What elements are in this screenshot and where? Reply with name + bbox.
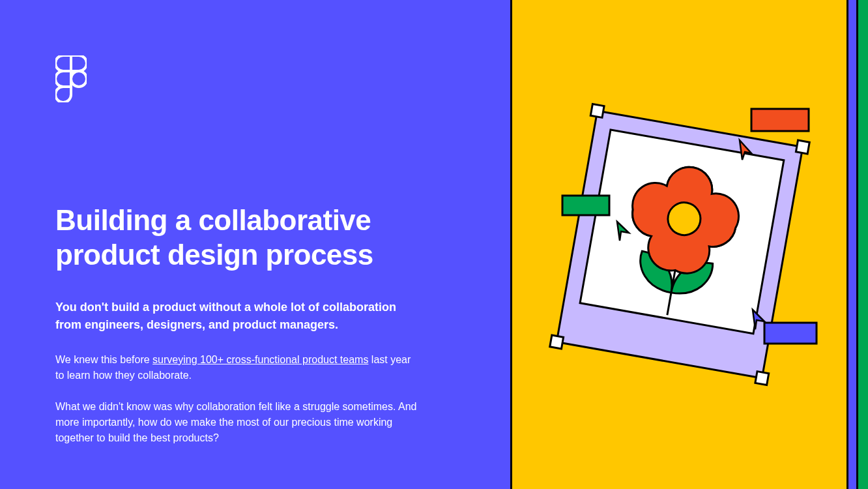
survey-link[interactable]: surveying 100+ cross-functional product … <box>152 354 368 365</box>
left-panel: Building a collaborative product design … <box>0 0 510 489</box>
figma-logo-icon <box>55 55 87 102</box>
right-panel <box>510 0 868 489</box>
polaroid-flower-illustration <box>523 88 836 401</box>
yellow-background <box>510 0 846 489</box>
svg-rect-16 <box>549 335 563 349</box>
body-paragraph-2: What we didn't know was why collaboratio… <box>55 399 420 446</box>
svg-rect-14 <box>590 104 604 118</box>
svg-rect-18 <box>751 109 809 131</box>
body1-prefix: We knew this before <box>55 354 152 365</box>
svg-point-0 <box>71 71 87 87</box>
blue-stripe <box>846 0 856 489</box>
green-stripe <box>856 0 868 489</box>
page-heading: Building a collaborative product design … <box>55 203 455 273</box>
svg-rect-15 <box>796 140 809 154</box>
svg-rect-20 <box>764 323 817 344</box>
body-paragraph-1: We knew this before surveying 100+ cross… <box>55 352 420 383</box>
svg-rect-17 <box>755 372 768 385</box>
svg-rect-19 <box>562 196 609 215</box>
page-subheading: You don't build a product without a whol… <box>55 299 420 334</box>
